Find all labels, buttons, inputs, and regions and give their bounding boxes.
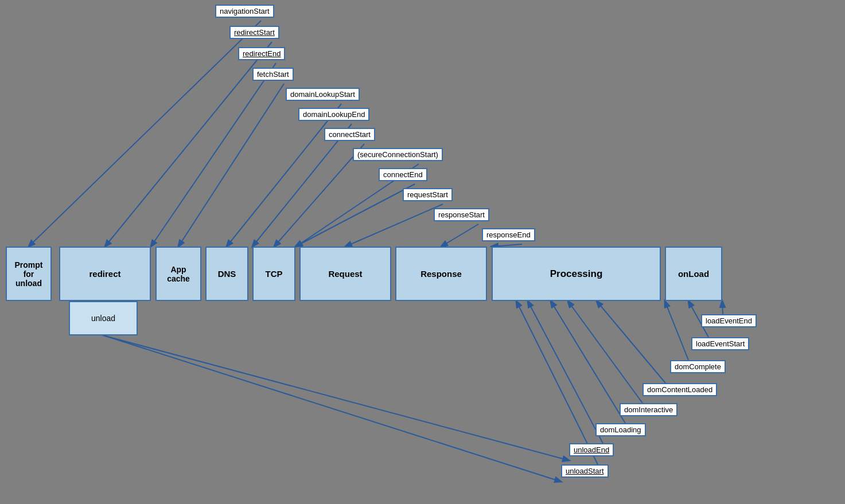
- processing-box: Processing: [492, 247, 661, 301]
- redirect-box: redirect: [59, 247, 151, 301]
- response-box: Response: [395, 247, 487, 301]
- request-box: Request: [299, 247, 391, 301]
- unload-box: unload: [69, 301, 138, 335]
- connect-end-label: connectEnd: [379, 168, 427, 181]
- dom-loading-label: domLoading: [595, 423, 646, 436]
- svg-line-10: [345, 204, 443, 247]
- dom-interactive-label: domInteractive: [620, 403, 677, 416]
- unload-end-label: unloadEnd: [569, 443, 614, 456]
- dns-box: DNS: [205, 247, 248, 301]
- response-end-label: responseEnd: [482, 228, 535, 241]
- diagram: Promptforunload redirect Appcache DNS TC…: [0, 0, 845, 504]
- svg-line-2: [105, 42, 272, 247]
- nav-start-label: navigationStart: [215, 5, 274, 18]
- svg-line-13: [516, 301, 598, 466]
- svg-line-9: [295, 184, 415, 247]
- unload-start-label: unloadStart: [561, 464, 609, 478]
- dom-complete-label: domComplete: [670, 360, 726, 373]
- svg-line-5: [227, 104, 341, 247]
- response-start-label: responseStart: [434, 208, 489, 221]
- svg-line-1: [29, 21, 261, 247]
- request-start-label: requestStart: [403, 188, 453, 201]
- svg-line-18: [665, 301, 688, 360]
- prompt-box: Promptforunload: [6, 247, 52, 301]
- svg-line-17: [597, 301, 665, 383]
- svg-line-16: [568, 301, 642, 403]
- onload-box: onLoad: [665, 247, 722, 301]
- fetch-start-label: fetchStart: [252, 68, 294, 81]
- domain-lookup-start-label: domainLookupStart: [286, 88, 360, 101]
- svg-line-7: [274, 144, 364, 247]
- appcache-box: Appcache: [155, 247, 201, 301]
- redirect-end-label: redirectEnd: [238, 47, 285, 60]
- svg-line-15: [551, 301, 625, 423]
- domain-lookup-end-label: domainLookupEnd: [298, 108, 369, 121]
- load-event-end-label: loadEventEnd: [701, 314, 757, 327]
- tcp-box: TCP: [252, 247, 295, 301]
- redirect-start-label: redirectStart: [229, 26, 279, 39]
- svg-line-21: [103, 335, 569, 460]
- svg-line-6: [252, 124, 352, 247]
- svg-line-14: [528, 301, 603, 444]
- svg-line-20: [722, 301, 723, 314]
- svg-line-22: [95, 333, 561, 482]
- svg-line-4: [178, 84, 284, 247]
- load-event-start-label: loadEventStart: [691, 337, 749, 350]
- svg-line-3: [151, 63, 276, 247]
- secure-conn-start-label: (secureConnectionStart): [353, 148, 443, 161]
- svg-line-11: [441, 224, 478, 247]
- dom-content-loaded-label: domContentLoaded: [642, 383, 717, 396]
- connect-start-label: connectStart: [324, 128, 375, 141]
